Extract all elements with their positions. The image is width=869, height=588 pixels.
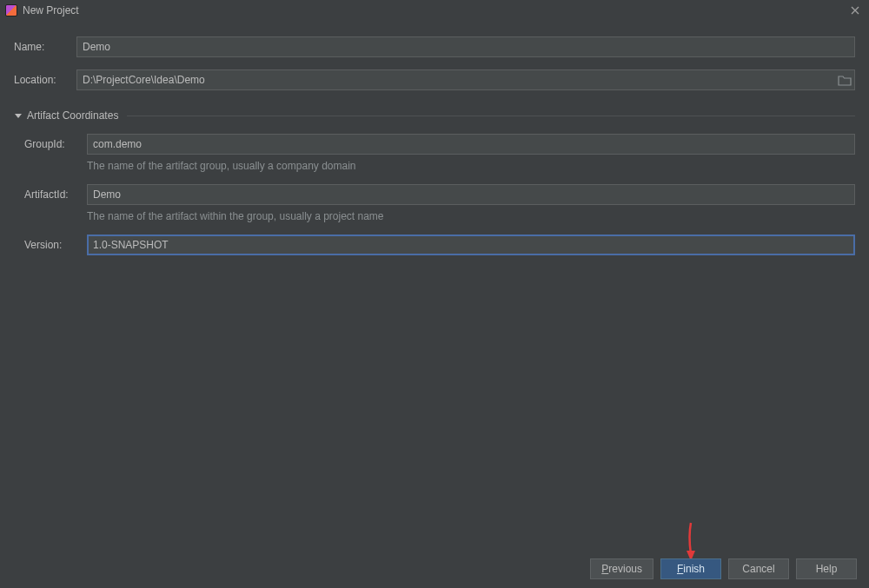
artifact-section-title: Artifact Coordinates <box>27 109 118 122</box>
folder-icon[interactable] <box>838 74 852 86</box>
artifact-coordinates-toggle[interactable]: Artifact Coordinates <box>14 109 855 122</box>
version-label: Version: <box>24 239 87 251</box>
help-button[interactable]: Help <box>796 558 857 579</box>
version-input[interactable] <box>87 235 855 255</box>
groupid-hint: The name of the artifact group, usually … <box>87 160 855 172</box>
artifactid-label: ArtifactId: <box>24 188 87 201</box>
section-separator <box>127 116 855 116</box>
app-icon <box>5 4 17 17</box>
artifactid-hint: The name of the artifact within the grou… <box>87 210 855 222</box>
groupid-label: GroupId: <box>24 138 87 150</box>
name-input[interactable] <box>76 36 855 57</box>
name-label: Name: <box>14 41 76 53</box>
cancel-button[interactable]: Cancel <box>728 558 789 579</box>
location-label: Location: <box>14 74 76 86</box>
previous-button[interactable]: Previous <box>590 558 653 579</box>
artifactid-input[interactable] <box>87 184 855 205</box>
window-title: New Project <box>23 4 79 17</box>
groupid-input[interactable] <box>87 134 855 155</box>
chevron-down-icon <box>14 111 23 120</box>
close-icon[interactable] <box>846 2 864 19</box>
location-input[interactable] <box>76 69 855 90</box>
finish-button[interactable]: Finish <box>660 558 721 579</box>
